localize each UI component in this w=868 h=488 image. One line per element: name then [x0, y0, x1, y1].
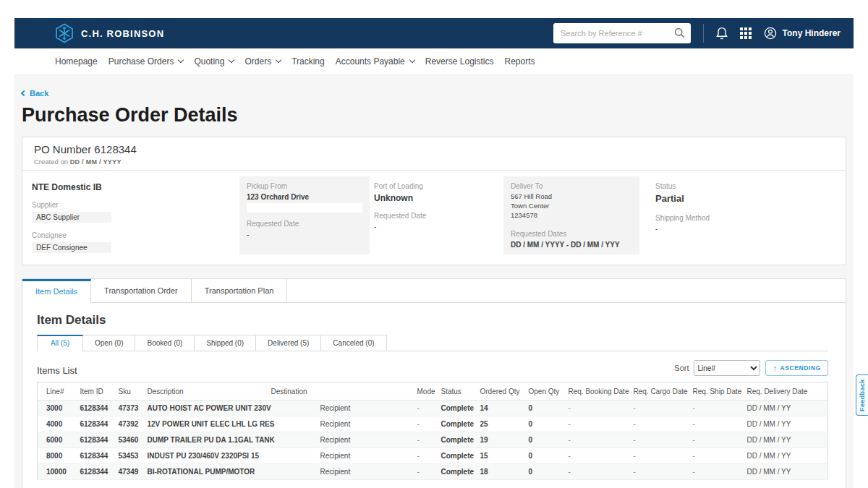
filter-shipped[interactable]: Shipped (0) — [195, 335, 256, 351]
tab-transportation-plan[interactable]: Transportation Plan — [192, 279, 288, 303]
col-open-qty[interactable]: Open Qty — [526, 382, 566, 401]
col-sku[interactable]: Sku — [116, 382, 145, 401]
search-icon[interactable] — [674, 27, 685, 38]
pickup-panel: Pickup From 123 Orchard Drive Requested … — [239, 176, 370, 254]
nav-item-label: Accounts Payable — [336, 56, 405, 67]
nav-reports[interactable]: Reports — [505, 56, 535, 67]
items-list-header: Items List Sort Line# ↑ ASCENDING — [37, 360, 828, 376]
cell-req-delivery-date: DD / MM / YY — [744, 401, 828, 416]
cell-line-number: 4000 — [38, 416, 77, 432]
nav-item-label: Reports — [505, 56, 535, 67]
consignee-value: DEF Consignee — [32, 242, 111, 253]
created-on-label: Created on — [34, 158, 68, 166]
cell-line-number: 3000 — [38, 401, 77, 416]
cell-description: BI-ROTATIONAL PUMP/MOTOR — [145, 464, 268, 480]
nav-homepage[interactable]: Homepage — [55, 56, 98, 67]
col-line-number[interactable]: Line# — [38, 382, 77, 401]
col-mode[interactable]: Mode — [414, 382, 438, 401]
tab-transportation-order[interactable]: Transportation Order — [91, 279, 192, 303]
pickup-requested-date-value: - — [247, 231, 362, 239]
cell-item-id: 6128344 — [77, 448, 116, 464]
nav-purchase-orders[interactable]: Purchase Orders — [109, 56, 184, 67]
col-item-id[interactable]: Item ID — [77, 382, 116, 401]
deliver-to-line3: 1234578 — [511, 211, 632, 221]
cell-description: DUMP TRAILER PU DA 1.1GAL TANK — [145, 432, 268, 448]
table-row[interactable]: 6000 6128344 53460 DUMP TRAILER PU DA 1.… — [38, 432, 828, 448]
feedback-button[interactable]: Feedback — [856, 374, 868, 416]
user-avatar-icon — [764, 27, 777, 40]
cell-req-ship-date: - — [690, 448, 744, 464]
cell-req-cargo-date: - — [631, 416, 690, 432]
cell-mode: - — [414, 448, 438, 464]
tabs-filler — [287, 279, 846, 303]
cell-sku: 53453 — [116, 448, 145, 464]
brand-logo[interactable]: C.H. ROBINSON — [55, 23, 164, 43]
ascending-sort-button[interactable]: ↑ ASCENDING — [765, 360, 828, 376]
cell-destination: Recipient — [268, 401, 414, 416]
cell-status: Complete — [438, 432, 477, 448]
shipping-method-label: Shipping Method — [655, 214, 836, 222]
item-details-heading: Item Details — [37, 313, 828, 328]
cell-item-id: 6128344 — [77, 432, 116, 448]
main-content: Back Purchase Order Details PO Number 61… — [14, 75, 854, 488]
col-ordered-qty[interactable]: Ordered Qty — [477, 382, 526, 401]
items-table-body: 3000 6128344 47373 AUTO HOIST AC POWER U… — [38, 401, 828, 480]
sort-select[interactable]: Line# — [694, 360, 760, 376]
order-type: NTE Domestic IB — [32, 182, 239, 192]
filter-canceled[interactable]: Canceled (0) — [321, 335, 386, 351]
requested-dates-value: DD / MM / YYYY - DD / MM / YYY — [511, 241, 632, 249]
nav-tracking[interactable]: Tracking — [292, 56, 325, 67]
cell-open-qty: 0 — [526, 416, 566, 432]
sort-controls: Sort Line# ↑ ASCENDING — [674, 360, 828, 376]
col-status[interactable]: Status — [438, 382, 477, 401]
col-req-delivery-date[interactable]: Req. Delivery Date — [744, 382, 828, 401]
table-row[interactable]: 4000 6128344 47392 12V POWER UNIT ELEC L… — [38, 416, 828, 432]
app-shell: C.H. ROBINSON — [14, 18, 854, 488]
nav-accounts-payable[interactable]: Accounts Payable — [336, 56, 414, 67]
nav-orders[interactable]: Orders — [244, 56, 281, 67]
col-req-booking-date[interactable]: Req. Booking Date — [566, 382, 631, 401]
col-destination[interactable]: Destination — [268, 382, 414, 401]
apps-grid-icon[interactable] — [740, 27, 752, 39]
items-table-head: Line# Item ID Sku Description Destinatio… — [38, 382, 828, 401]
cell-req-delivery-date: DD / MM / YY — [744, 464, 828, 480]
table-row[interactable]: 10000 6128344 47349 BI-ROTATIONAL PUMP/M… — [38, 464, 828, 480]
col-description[interactable]: Description — [145, 382, 268, 401]
filter-all[interactable]: All (5) — [37, 335, 83, 351]
notifications-bell-icon[interactable] — [716, 27, 728, 40]
page-title: Purchase Order Details — [22, 104, 846, 127]
deliver-to-line2: Town Center — [511, 202, 632, 211]
cell-destination: Recipient — [268, 432, 414, 448]
table-row[interactable]: 3000 6128344 47373 AUTO HOIST AC POWER U… — [38, 401, 828, 416]
cell-destination: Recipient — [268, 416, 414, 432]
nav-reverse-logistics[interactable]: Reverse Logistics — [425, 56, 494, 67]
global-search — [553, 23, 691, 43]
col-req-cargo-date[interactable]: Req. Cargo Date — [631, 382, 690, 401]
cell-line-number: 8000 — [38, 448, 77, 464]
po-summary-card: PO Number 6128344 Created on DD / MM / Y… — [22, 137, 846, 265]
status-label: Status — [655, 182, 836, 190]
nav-quoting[interactable]: Quoting — [194, 56, 234, 67]
cell-ordered-qty: 19 — [477, 432, 526, 448]
filter-booked[interactable]: Booked (0) — [135, 335, 195, 351]
cell-ordered-qty: 18 — [477, 464, 526, 480]
port-of-loading-value: Unknown — [374, 193, 503, 203]
filter-delivered[interactable]: Delivered (5) — [256, 335, 321, 351]
main-nav: Homepage Purchase Orders Quoting Orders … — [14, 48, 854, 75]
cell-mode: - — [414, 401, 438, 416]
tab-item-details[interactable]: Item Details — [22, 279, 91, 303]
nav-item-label: Orders — [244, 56, 271, 67]
cell-status: Complete — [438, 401, 477, 416]
cell-req-booking-date: - — [566, 448, 631, 464]
filter-open[interactable]: Open (0) — [83, 335, 135, 351]
table-row[interactable]: 8000 6128344 53453 INDUST PU 230/460V 23… — [38, 448, 828, 464]
po-summary-columns: NTE Domestic IB Supplier ABC Supplier Co… — [22, 171, 846, 265]
col-req-ship-date[interactable]: Req. Ship Date — [690, 382, 744, 401]
po-details-card: Item Details Transportation Order Transp… — [22, 278, 846, 488]
user-menu[interactable]: Tony Hinderer — [764, 27, 841, 40]
cell-description: 12V POWER UNIT ELEC LHL LG RES — [145, 416, 268, 432]
requested-dates-label: Requested Dates — [511, 230, 632, 238]
pickup-from-value: 123 Orchard Drive — [247, 193, 362, 201]
search-input[interactable] — [553, 23, 691, 43]
back-link[interactable]: Back — [22, 89, 48, 98]
